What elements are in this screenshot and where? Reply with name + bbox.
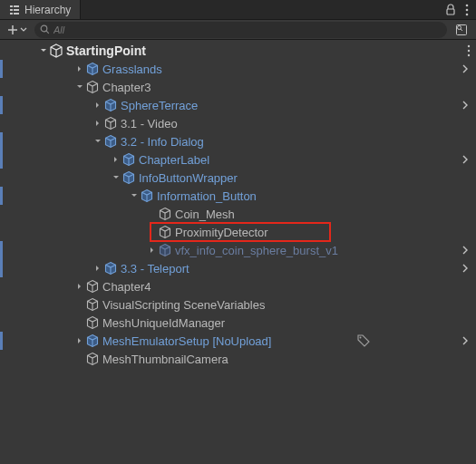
create-dropdown[interactable] [5, 22, 30, 38]
hierarchy-item-informationbutton[interactable]: Information_Button [0, 187, 476, 205]
foldout-icon[interactable] [74, 65, 85, 72]
chevron-down-icon [20, 26, 27, 34]
plus-icon [7, 24, 18, 35]
foldout-icon[interactable] [92, 138, 103, 145]
scene-row[interactable]: StartingPoint [0, 42, 476, 60]
prefab-cube-icon [103, 98, 118, 112]
prefab-cube-icon [140, 188, 154, 203]
hierarchy-item-thumb[interactable]: MeshThumbnailCamera [0, 350, 476, 368]
foldout-icon[interactable] [111, 156, 121, 163]
svg-rect-2 [10, 13, 13, 14]
item-label: ChapterLabel [139, 153, 209, 167]
hierarchy-item-vsv[interactable]: VisualScripting SceneVariables [0, 295, 476, 314]
foldout-icon[interactable] [74, 83, 85, 91]
scene-name: StartingPoint [66, 44, 146, 58]
open-prefab-icon[interactable] [460, 155, 471, 164]
foldout-icon[interactable] [74, 337, 85, 344]
prefab-bar [0, 332, 3, 350]
hierarchy-item-coinmesh[interactable]: Coin_Mesh [0, 205, 476, 223]
gameobject-cube-icon [85, 279, 100, 294]
gameobject-cube-icon [85, 80, 100, 94]
item-label: MeshThumbnailCamera [102, 353, 228, 366]
prefab-cube-icon [103, 261, 118, 276]
hierarchy-item-chapter3[interactable]: Chapter3 [0, 78, 476, 96]
item-label: Coin_Mesh [175, 208, 235, 221]
scene-menu-icon[interactable] [467, 44, 471, 57]
foldout-icon[interactable] [92, 265, 103, 272]
item-label: Chapter4 [102, 280, 151, 294]
kebab-menu-icon[interactable] [465, 4, 469, 16]
tab-bar: Hierarchy [0, 0, 476, 20]
prefab-bar [0, 187, 3, 205]
hierarchy-item-chapter4[interactable]: Chapter4 [0, 277, 476, 295]
open-prefab-icon[interactable] [460, 336, 471, 345]
prefab-bar [0, 60, 3, 78]
svg-rect-6 [447, 9, 454, 14]
toolbar [0, 20, 476, 40]
foldout-open-icon[interactable] [38, 47, 49, 54]
prefab-bar [0, 132, 3, 150]
open-prefab-icon[interactable] [460, 64, 471, 73]
search-field[interactable] [34, 22, 447, 38]
search-icon [40, 24, 50, 34]
lock-icon[interactable] [445, 4, 456, 16]
foldout-icon[interactable] [147, 246, 158, 254]
svg-rect-3 [14, 5, 19, 7]
item-label: SphereTerrace [121, 99, 198, 112]
prefab-cube-icon [85, 62, 100, 76]
svg-point-16 [360, 337, 362, 339]
foldout-icon[interactable] [129, 192, 140, 199]
hierarchy-item-sphereterrace[interactable]: SphereTerrace [0, 96, 476, 114]
prefab-cube-icon [121, 152, 136, 167]
search-input[interactable] [53, 24, 442, 35]
item-label: MeshUniqueIdManager [102, 316, 225, 330]
open-prefab-icon[interactable] [460, 246, 471, 255]
scene-icon [49, 44, 63, 58]
tag-icon [357, 334, 370, 347]
open-prefab-icon[interactable] [460, 264, 471, 273]
hierarchy-tab[interactable]: Hierarchy [0, 0, 81, 19]
item-label: Chapter3 [102, 81, 151, 94]
open-prefab-icon[interactable] [460, 101, 471, 110]
svg-point-12 [458, 25, 461, 29]
hierarchy-item-video[interactable]: 3.1 - Video [0, 114, 476, 132]
foldout-icon[interactable] [92, 102, 103, 109]
hierarchy-item-vfxcoin[interactable]: vfx_info_coin_sphere_burst_v1 [0, 241, 476, 259]
svg-point-9 [466, 13, 469, 15]
prefab-cube-icon [103, 134, 118, 149]
item-label: 3.2 - Info Dialog [121, 135, 204, 149]
hierarchy-item-proximitydetector[interactable]: ProximityDetector [0, 223, 476, 241]
item-label: Grasslands [102, 63, 162, 76]
hierarchy-tree[interactable]: StartingPoint Grasslands Chapter3 Sphere… [0, 40, 476, 464]
hierarchy-item-grasslands[interactable]: Grasslands [0, 60, 476, 78]
svg-point-13 [468, 45, 470, 47]
item-label: Information_Button [157, 189, 257, 203]
prefab-cube-icon [158, 243, 172, 257]
prefab-bar [0, 150, 3, 169]
hierarchy-item-infodialog[interactable]: 3.2 - Info Dialog [0, 132, 476, 150]
hierarchy-item-emulator[interactable]: MeshEmulatorSetup [NoUpload] [0, 332, 476, 350]
hierarchy-item-teleport[interactable]: 3.3 - Teleport [0, 259, 476, 277]
foldout-icon[interactable] [111, 174, 121, 181]
gameobject-cube-icon [85, 315, 100, 330]
item-label: ProximityDetector [175, 226, 268, 239]
search-filter-picker[interactable] [452, 22, 471, 38]
foldout-icon[interactable] [74, 283, 85, 290]
svg-point-14 [468, 50, 470, 52]
gameobject-cube-icon [85, 297, 100, 312]
svg-point-10 [41, 25, 47, 32]
item-label: InfoButtonWrapper [139, 171, 238, 185]
hierarchy-item-muid[interactable]: MeshUniqueIdManager [0, 314, 476, 332]
svg-point-15 [468, 54, 470, 56]
hierarchy-item-infobuttonwrapper[interactable]: InfoButtonWrapper [0, 169, 476, 187]
hierarchy-item-chapterlabel[interactable]: ChapterLabel [0, 150, 476, 169]
prefab-bar [0, 259, 3, 277]
item-label: MeshEmulatorSetup [NoUpload] [102, 334, 271, 348]
tab-title: Hierarchy [24, 4, 71, 16]
svg-rect-5 [14, 13, 19, 14]
prefab-cube-icon [85, 334, 100, 348]
foldout-icon[interactable] [92, 120, 103, 127]
svg-point-8 [466, 8, 469, 11]
prefab-bar [0, 96, 3, 114]
prefab-bar [0, 241, 3, 259]
